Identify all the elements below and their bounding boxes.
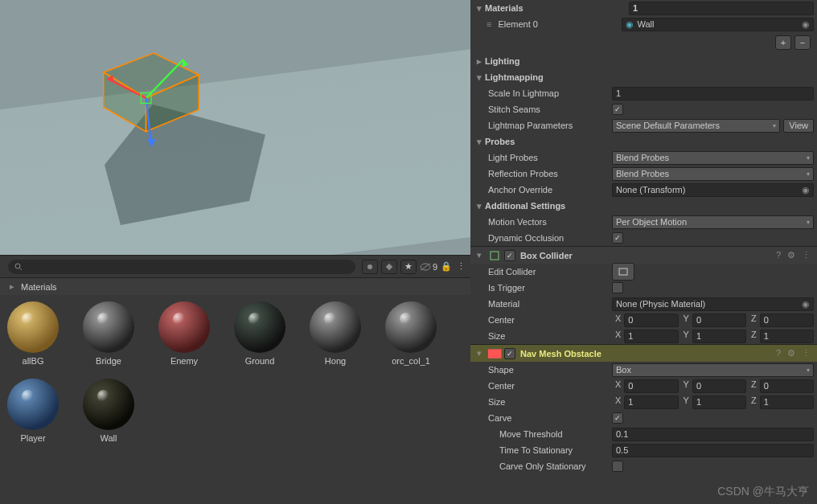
light-probes-label: Light Probes: [487, 153, 612, 162]
navmesh-obstacle-header[interactable]: ▾ ▇▇ ✓ Nav Mesh Obstacle ?⚙⋮: [470, 344, 817, 362]
foldout-icon[interactable]: ▾: [474, 137, 485, 147]
materials-remove-button[interactable]: −: [794, 35, 811, 50]
material-label: orc_col_1: [392, 356, 430, 366]
svg-point-10: [15, 264, 20, 268]
foldout-icon[interactable]: ▸: [474, 56, 485, 67]
selected-cube-gizmo[interactable]: [72, 40, 217, 137]
carve-checkbox[interactable]: ✓: [612, 412, 623, 424]
size-y-field[interactable]: 1: [692, 330, 746, 343]
filter-label-button[interactable]: [381, 260, 397, 274]
materials-add-button[interactable]: +: [775, 35, 791, 50]
favorites-button[interactable]: ★: [400, 260, 417, 274]
preset-icon[interactable]: ⚙: [787, 250, 795, 260]
material-thumbnail: [83, 301, 134, 353]
material-label: allBG: [23, 356, 44, 366]
move-threshold-label: Move Threshold: [498, 429, 612, 439]
scale-lightmap-field[interactable]: 1: [612, 87, 814, 100]
element0-label: Element 0: [496, 19, 622, 29]
scale-lightmap-label: Scale In Lightmap: [487, 88, 612, 98]
nm-center-y-field[interactable]: 0: [692, 379, 746, 393]
element0-object-field[interactable]: ◉ Wall ◉: [622, 18, 814, 31]
material-item-enemy[interactable]: Enemy: [156, 301, 212, 366]
help-icon[interactable]: ?: [776, 250, 781, 260]
hidden-count: 9: [420, 262, 437, 272]
help-icon[interactable]: ?: [776, 348, 781, 359]
lightmap-view-button[interactable]: View: [783, 119, 814, 133]
foldout-icon[interactable]: ▾: [474, 250, 485, 260]
edit-collider-button[interactable]: [612, 263, 634, 281]
center-x-field[interactable]: 0: [624, 313, 678, 327]
lock-icon[interactable]: 🔒: [441, 261, 452, 272]
nm-size-z-field[interactable]: 1: [760, 395, 814, 409]
is-trigger-checkbox[interactable]: [612, 282, 623, 293]
filter-type-button[interactable]: [362, 260, 378, 274]
search-icon: [14, 263, 23, 271]
move-threshold-field[interactable]: 0.1: [612, 428, 814, 441]
light-probes-dropdown[interactable]: Blend Probes▾: [612, 151, 814, 165]
object-picker-icon[interactable]: ◉: [802, 299, 810, 309]
dynamic-occlusion-checkbox[interactable]: ✓: [612, 232, 623, 244]
menu-icon[interactable]: ⋮: [457, 261, 466, 272]
material-item-hong[interactable]: Hong: [307, 301, 363, 366]
carve-only-stationary-checkbox[interactable]: [612, 461, 623, 472]
drag-handle-icon[interactable]: ≡: [487, 19, 491, 29]
material-thumbnail: [234, 301, 285, 353]
project-breadcrumb[interactable]: ▸ Materials: [0, 277, 470, 295]
box-collider-enable-checkbox[interactable]: ✓: [504, 250, 515, 261]
time-stationary-field[interactable]: 0.5: [612, 444, 814, 457]
motion-vectors-label: Motion Vectors: [487, 217, 612, 227]
lightmap-params-dropdown[interactable]: Scene Default Parameters▾: [612, 119, 780, 133]
foldout-icon[interactable]: ▾: [474, 201, 485, 211]
chevron-right-icon: ▸: [6, 281, 18, 292]
foldout-icon[interactable]: ▾: [474, 348, 485, 359]
foldout-icon[interactable]: ▾: [474, 3, 485, 14]
material-item-allbg[interactable]: allBG: [5, 301, 61, 366]
svg-rect-13: [386, 263, 392, 269]
material-item-player[interactable]: Player: [5, 379, 61, 443]
scene-viewport[interactable]: [0, 0, 470, 255]
navmesh-size-label: Size: [487, 397, 612, 407]
box-collider-header[interactable]: ▾ ✓ Box Collider ?⚙⋮: [470, 246, 817, 264]
carve-label: Carve: [487, 413, 612, 423]
nm-center-x-field[interactable]: 0: [624, 379, 678, 393]
dynamic-occlusion-label: Dynamic Occlusion: [487, 233, 612, 243]
material-item-wall[interactable]: Wall: [80, 379, 137, 443]
motion-vectors-dropdown[interactable]: Per Object Motion▾: [612, 215, 814, 229]
navmesh-shape-dropdown[interactable]: Box▾: [612, 363, 814, 377]
material-item-orc_col_1[interactable]: orc_col_1: [383, 301, 439, 366]
collider-material-field[interactable]: None (Physic Material)◉: [612, 297, 814, 311]
center-z-field[interactable]: 0: [760, 313, 814, 327]
navmesh-obstacle-icon: ▇▇: [488, 347, 501, 360]
foldout-icon[interactable]: ▾: [474, 72, 485, 83]
project-grid[interactable]: allBGBridgeEnemyGroundHongorc_col_1Playe…: [0, 295, 470, 504]
reflection-probes-dropdown[interactable]: Blend Probes▾: [612, 167, 814, 181]
anchor-override-label: Anchor Override: [487, 185, 612, 195]
svg-rect-17: [619, 268, 627, 275]
svg-point-12: [367, 264, 372, 269]
lightmap-params-label: Lightmap Parameters: [487, 121, 612, 130]
menu-icon[interactable]: ⋮: [802, 250, 811, 260]
material-thumbnail: [83, 379, 134, 430]
size-z-field[interactable]: 1: [760, 330, 814, 343]
object-picker-icon[interactable]: ◉: [802, 19, 810, 30]
material-item-ground[interactable]: Ground: [232, 301, 288, 366]
material-thumbnail: [310, 301, 361, 353]
stitch-seams-checkbox[interactable]: ✓: [612, 104, 623, 115]
material-label: Player: [20, 433, 45, 443]
material-label: Wall: [101, 433, 117, 443]
project-search-input[interactable]: [8, 260, 355, 274]
material-item-bridge[interactable]: Bridge: [80, 301, 137, 366]
anchor-override-field[interactable]: None (Transform)◉: [612, 183, 814, 197]
object-picker-icon[interactable]: ◉: [802, 185, 810, 195]
preset-icon[interactable]: ⚙: [787, 348, 795, 359]
material-icon: ◉: [626, 19, 634, 30]
menu-icon[interactable]: ⋮: [802, 348, 811, 359]
navmesh-enable-checkbox[interactable]: ✓: [504, 348, 515, 359]
nm-size-y-field[interactable]: 1: [692, 395, 746, 409]
watermark: CSDN @牛马大亨: [717, 485, 809, 499]
nm-center-z-field[interactable]: 0: [760, 379, 814, 393]
materials-count-field[interactable]: 1: [629, 2, 814, 15]
center-y-field[interactable]: 0: [692, 313, 746, 327]
size-x-field[interactable]: 1: [624, 330, 678, 343]
nm-size-x-field[interactable]: 1: [624, 395, 678, 409]
